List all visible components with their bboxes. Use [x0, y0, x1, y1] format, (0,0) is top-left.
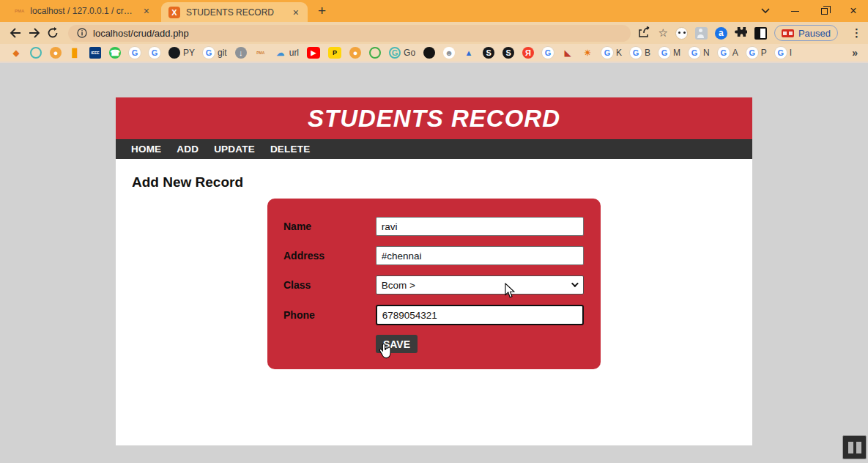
minimize-button[interactable]: [780, 0, 809, 22]
google-git-bookmark[interactable]: Ggit: [203, 47, 227, 59]
ieee-bookmark[interactable]: IEEE: [89, 47, 101, 59]
phpmyadmin-bookmark-icon: PMA: [255, 47, 267, 59]
restore-button[interactable]: [809, 0, 839, 22]
site-nav: HOME ADD UPDATE DELETE: [116, 139, 752, 159]
nav-item-add[interactable]: ADD: [177, 144, 199, 155]
panda-extension-icon[interactable]: [675, 27, 688, 40]
nav-item-home[interactable]: HOME: [131, 144, 161, 155]
phone-input[interactable]: [376, 305, 584, 325]
tab-search-button[interactable]: [751, 0, 780, 22]
github-py-bookmark-icon: [168, 47, 180, 59]
form-row-class: Class Bcom >: [283, 275, 584, 295]
tab-close-icon[interactable]: ×: [292, 7, 300, 18]
whatsapp-bookmark[interactable]: ☎: [109, 47, 121, 59]
google-i-bookmark[interactable]: GI: [775, 47, 792, 59]
tab-close-icon[interactable]: ×: [142, 5, 151, 17]
github-py-bookmark-label: PY: [183, 48, 195, 58]
google-bookmark[interactable]: G: [129, 47, 141, 59]
yandex-bookmark[interactable]: Я: [522, 47, 534, 59]
google-m-bookmark-icon: G: [659, 47, 670, 59]
form-row-address: Address: [283, 246, 584, 265]
download-manager-icon: [782, 29, 794, 37]
a-extension-icon[interactable]: a: [715, 27, 727, 40]
analytics-bookmark[interactable]: ▊: [70, 47, 81, 59]
bird-bookmark-icon: [423, 47, 435, 59]
google-b-bookmark-label: B: [645, 48, 650, 58]
s-circle-bookmark-2[interactable]: S: [502, 47, 514, 59]
phpmyadmin-bookmark[interactable]: PMA: [255, 47, 267, 59]
google-a-bookmark-label: A: [732, 48, 738, 58]
camera-orange-bookmark[interactable]: ●: [50, 47, 62, 59]
google-m-bookmark[interactable]: GM: [659, 47, 680, 59]
p-yellow-bookmark-icon: P: [328, 47, 341, 59]
youtube-bookmark-icon: ▶: [307, 47, 320, 59]
class-select-value: Bcom >: [382, 280, 415, 291]
form-row-phone: Phone: [283, 305, 584, 325]
google-m-bookmark-label: M: [673, 48, 680, 58]
github-py-bookmark[interactable]: PY: [168, 47, 195, 59]
new-tab-button[interactable]: +: [318, 0, 326, 22]
ring-teal-bookmark[interactable]: [30, 47, 42, 59]
save-button[interactable]: SAVE: [376, 335, 418, 353]
google-b-bookmark[interactable]: GB: [630, 47, 650, 59]
chevron-down-icon: [761, 8, 770, 14]
google-bookmark-3-icon: G: [542, 47, 554, 59]
eye-bookmark-icon: ☀: [582, 47, 593, 59]
camera-orange-bookmark-2[interactable]: ●: [349, 47, 361, 59]
extensions-button[interactable]: [735, 26, 747, 41]
go-bookmark-icon: G: [389, 47, 401, 59]
flame-bookmark[interactable]: ◣: [562, 47, 574, 59]
camera-orange-bookmark-icon: ●: [50, 47, 62, 59]
xampp-favicon-icon: X: [168, 7, 180, 18]
download-bookmark[interactable]: ↓: [235, 47, 247, 59]
arrow-bookmark[interactable]: ◆: [10, 47, 22, 59]
cloud-url-bookmark[interactable]: ☁url: [275, 47, 299, 59]
google-a-bookmark[interactable]: GA: [718, 47, 738, 59]
youtube-bookmark[interactable]: ▶: [307, 47, 320, 59]
tab-students-record[interactable]: X STUDENTS RECORD ×: [161, 2, 308, 22]
eye-bookmark[interactable]: ☀: [582, 47, 593, 59]
google-n-bookmark[interactable]: GN: [689, 47, 710, 59]
mountains-bookmark[interactable]: ▲: [463, 47, 475, 59]
person-bookmark[interactable]: ☻: [443, 47, 455, 59]
address-bar[interactable]: localhost/crud/add.php: [68, 25, 631, 42]
back-button[interactable]: [6, 23, 25, 42]
google-k-bookmark[interactable]: GK: [601, 47, 622, 59]
recorder-pause-button[interactable]: [842, 435, 867, 459]
ring-green-bookmark[interactable]: [369, 47, 381, 59]
nav-item-update[interactable]: UPDATE: [214, 144, 255, 155]
reload-icon: [47, 27, 59, 39]
google-p-bookmark[interactable]: GP: [746, 47, 767, 59]
window-close-button[interactable]: ×: [839, 0, 868, 22]
ring-teal-bookmark-icon: [30, 47, 42, 59]
phone-label: Phone: [283, 309, 376, 321]
s-circle-bookmark[interactable]: S: [483, 47, 494, 59]
google-k-bookmark-label: K: [616, 48, 622, 58]
name-input[interactable]: [376, 217, 584, 236]
bird-bookmark[interactable]: [423, 47, 435, 59]
browser-tab-bar: PMA localhost / 127.0.0.1 / crud | php ×…: [0, 0, 868, 22]
share-button[interactable]: [638, 26, 650, 40]
class-select[interactable]: Bcom >: [376, 275, 584, 295]
reload-button[interactable]: [43, 23, 62, 42]
bookmark-star-button[interactable]: ☆: [658, 26, 667, 40]
paused-extension-badge[interactable]: Paused: [774, 25, 838, 41]
whatsapp-bookmark-icon: ☎: [109, 47, 121, 59]
google-bookmark-3[interactable]: G: [542, 47, 554, 59]
google-git-bookmark-icon: G: [203, 47, 215, 59]
go-bookmark[interactable]: GGo: [389, 47, 415, 59]
nav-item-delete[interactable]: DELETE: [270, 144, 310, 155]
address-input[interactable]: [376, 246, 584, 265]
name-label: Name: [283, 221, 376, 232]
share-icon: [638, 26, 650, 37]
tab-phpmyadmin[interactable]: PMA localhost / 127.0.0.1 / crud | php ×: [10, 0, 155, 22]
p-yellow-bookmark[interactable]: P: [328, 47, 341, 59]
section-title: Add New Record: [132, 174, 243, 190]
address-label: Address: [283, 250, 376, 262]
profile-extension-icon[interactable]: [695, 27, 708, 40]
google-bookmark-2[interactable]: G: [149, 47, 160, 59]
browser-menu-button[interactable]: ⋮: [845, 26, 868, 40]
dark-mode-extension-icon[interactable]: [754, 27, 767, 40]
bookmarks-overflow-button[interactable]: »: [852, 47, 858, 59]
forward-button[interactable]: [25, 23, 44, 42]
